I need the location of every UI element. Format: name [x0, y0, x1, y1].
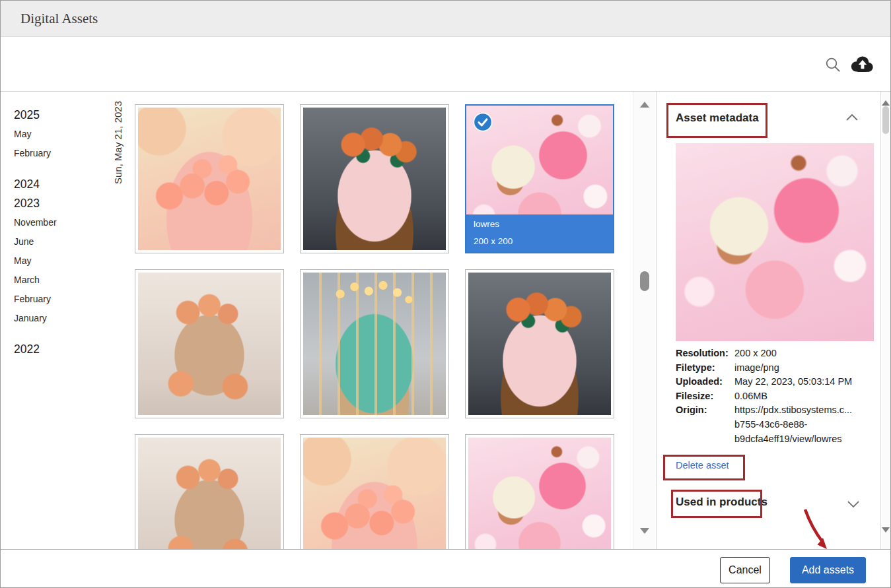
selected-tile-footer: lowres200 x 200 — [466, 214, 613, 252]
main-area: 2025MayFebruary20242023NovemberJuneMayMa… — [1, 92, 890, 550]
sidebar-item-november[interactable]: November — [14, 216, 113, 235]
search-button[interactable] — [824, 56, 841, 73]
asset-tile-selected[interactable]: lowres200 x 200 — [465, 104, 614, 253]
metadata-row-origin: Origin: https://pdx.stibosystems.c... — [676, 403, 874, 418]
selected-check-icon — [473, 112, 493, 132]
footer-bar: Cancel Add assets — [1, 549, 890, 587]
sidebar-item-2025[interactable]: 2025 — [14, 108, 113, 127]
metadata-row-filetype: Filetype: image/png — [676, 361, 874, 376]
used-in-products-heading: Used in products — [676, 496, 767, 509]
upload-cloud-icon — [849, 66, 875, 76]
metadata-row-uploaded: Uploaded: May 22, 2023, 05:03:14 PM — [676, 375, 874, 389]
collapse-section-button[interactable] — [846, 112, 858, 124]
metadata-row-resolution: Resolution: 200 x 200 — [676, 346, 874, 361]
sidebar-item-may[interactable]: May — [14, 254, 113, 273]
expand-section-button[interactable] — [847, 499, 859, 511]
asset-thumbnail — [303, 438, 446, 550]
upload-button[interactable] — [849, 54, 875, 74]
asset-tile[interactable] — [135, 269, 284, 418]
sidebar-item-2023[interactable]: 2023 — [14, 197, 113, 216]
delete-asset-link[interactable]: Delete asset — [676, 460, 729, 471]
toolbar — [1, 37, 890, 92]
asset-tile[interactable] — [135, 434, 284, 550]
sidebar-item-january[interactable]: January — [14, 311, 113, 331]
page-title: Digital Assets — [20, 1, 98, 37]
sidebar-item-march[interactable]: March — [14, 273, 113, 292]
asset-dimensions-label: 200 x 200 — [474, 236, 606, 246]
date-navigation: 2025MayFebruary20242023NovemberJuneMayMa… — [14, 108, 113, 362]
sidebar-item-may[interactable]: May — [14, 127, 113, 147]
panel-scrollbar[interactable] — [880, 92, 890, 550]
metadata-origin-line2: b755-43c6-8e88- — [676, 418, 874, 432]
header-bar: Digital Assets — [1, 1, 890, 37]
sidebar-item-february[interactable]: February — [14, 292, 113, 311]
digital-assets-dialog: Digital Assets — [0, 0, 891, 588]
asset-preview-image — [676, 143, 874, 341]
metadata-table: Resolution: 200 x 200 Filetype: image/pn… — [676, 346, 874, 446]
asset-thumbnail — [138, 273, 281, 415]
metadata-row-filesize: Filesize: 0.06MB — [676, 389, 874, 404]
search-icon — [824, 65, 841, 75]
asset-name-label: lowres — [474, 219, 606, 229]
asset-thumbnail — [468, 438, 611, 550]
asset-thumbnail — [303, 108, 446, 250]
sidebar-item-june[interactable]: June — [14, 235, 113, 254]
panel-scrollbar-thumb[interactable] — [882, 106, 889, 134]
add-assets-button[interactable]: Add assets — [790, 557, 866, 583]
asset-tile[interactable] — [300, 104, 449, 253]
asset-thumbnail — [303, 273, 446, 415]
sidebar-item-february[interactable]: February — [14, 147, 113, 166]
sidebar-item-2024[interactable]: 2024 — [14, 178, 113, 197]
asset-tile[interactable] — [465, 269, 614, 418]
chevron-up-icon — [846, 112, 858, 123]
chevron-down-icon — [847, 499, 859, 510]
grid-scrollbar[interactable] — [633, 92, 655, 550]
asset-metadata-panel: Asset metadata Resolution: 200 x 200 Fil… — [657, 92, 880, 550]
asset-tile[interactable] — [465, 434, 614, 550]
asset-metadata-heading: Asset metadata — [676, 112, 759, 125]
metadata-origin-line3: b9dcfa4eff19/view/lowres — [676, 432, 874, 447]
asset-thumbnail — [468, 273, 611, 415]
asset-thumbnail — [138, 108, 281, 250]
asset-tile[interactable] — [135, 104, 284, 253]
sidebar-item-2022[interactable]: 2022 — [14, 343, 113, 362]
asset-thumbnail — [138, 438, 281, 550]
scrollbar-thumb[interactable] — [640, 271, 649, 291]
asset-tile[interactable] — [300, 434, 449, 550]
cancel-button[interactable]: Cancel — [720, 557, 770, 583]
asset-tile[interactable] — [300, 269, 449, 418]
date-group-label: Sun, May 21, 2023 — [112, 101, 124, 184]
